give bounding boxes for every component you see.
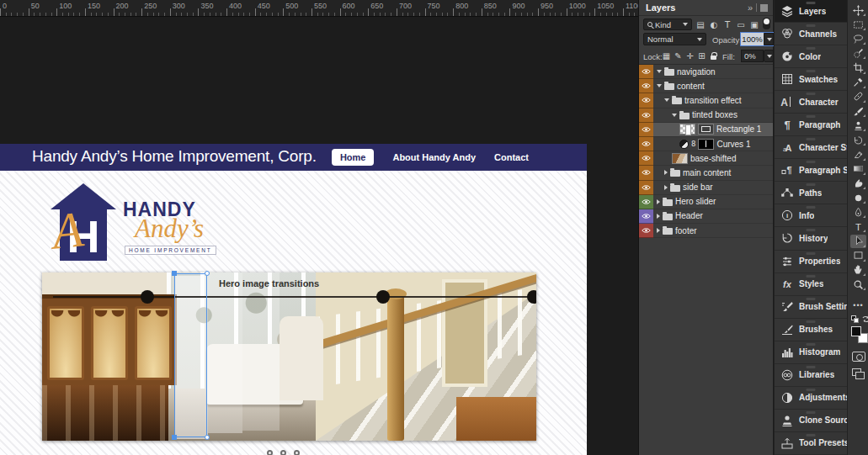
- layers-panel-tab[interactable]: Layers: [646, 3, 675, 13]
- opacity-dropdown-button[interactable]: [764, 33, 774, 45]
- fill-dropdown-button[interactable]: [764, 50, 774, 62]
- swap-colors-icon[interactable]: [862, 315, 868, 323]
- layer-name[interactable]: base-shifted: [690, 154, 736, 163]
- layer-name[interactable]: Rectangle 1: [716, 124, 761, 134]
- layer-visibility-eye-icon[interactable]: [639, 224, 653, 238]
- kind-filter-dropdown[interactable]: Kind: [643, 19, 692, 30]
- default-colors-icon[interactable]: [851, 315, 859, 323]
- rectangle-tool[interactable]: [850, 249, 866, 262]
- lock-artboard-icon[interactable]: ⊞: [696, 50, 707, 61]
- layer-visibility-eye-icon[interactable]: [639, 166, 653, 180]
- lasso-tool[interactable]: [850, 32, 866, 45]
- layer-visibility-eye-icon[interactable]: [639, 79, 653, 93]
- eraser-tool[interactable]: [850, 148, 866, 161]
- lock-pixels-icon[interactable]: ✎: [673, 50, 684, 61]
- smudge-tool[interactable]: [850, 177, 866, 190]
- hand-tool[interactable]: [850, 263, 866, 277]
- mock-nav-home[interactable]: Home: [332, 149, 375, 166]
- panel-tab-properties[interactable]: Properties: [775, 251, 847, 273]
- transform-handle-bl[interactable]: [172, 435, 177, 440]
- filter-adjustment-layers-icon[interactable]: ◐: [708, 19, 720, 30]
- layer-row-body[interactable]: main content: [653, 166, 773, 180]
- layer-name[interactable]: Curves 1: [716, 140, 750, 149]
- layer-row-body[interactable]: Header: [653, 209, 773, 224]
- panel-tab-libraries[interactable]: Libraries: [775, 364, 847, 387]
- panel-tab-channels[interactable]: Channels: [775, 23, 847, 45]
- layer-row-body[interactable]: base-shifted: [653, 151, 773, 166]
- mock-nav-contact[interactable]: Contact: [494, 152, 529, 162]
- fill-input[interactable]: 0%: [741, 50, 764, 62]
- panel-tab-character[interactable]: ACharacter: [775, 91, 847, 114]
- layer-row-header[interactable]: Header: [639, 209, 773, 224]
- panel-tab-clone-source[interactable]: Clone Source: [775, 410, 847, 432]
- layer-visibility-eye-icon[interactable]: [639, 209, 653, 224]
- panel-tab-styles[interactable]: fxStyles: [775, 273, 847, 296]
- panel-tab-brush-setting[interactable]: Brush Setting…: [775, 296, 847, 319]
- transform-handle-tl[interactable]: [172, 271, 177, 276]
- eyedropper-tool[interactable]: [850, 76, 866, 89]
- layer-name[interactable]: side bar: [683, 183, 713, 192]
- layer-visibility-eye-icon[interactable]: [639, 65, 653, 79]
- layer-name[interactable]: navigation: [677, 67, 716, 77]
- foreground-background-swatches[interactable]: [851, 326, 868, 343]
- panel-tab-paragraph-st[interactable]: ¶Paragraph St…: [775, 159, 847, 182]
- layer-row-body[interactable]: transition effect: [653, 93, 773, 108]
- layer-filtering-toggle[interactable]: [763, 18, 770, 29]
- foreground-color-swatch[interactable]: [851, 326, 861, 336]
- rectangular-marquee-tool[interactable]: [850, 18, 866, 31]
- zoom-tool[interactable]: [850, 278, 866, 291]
- filter-type-layers-icon[interactable]: T: [722, 19, 733, 30]
- gradient-tool[interactable]: [850, 162, 866, 176]
- quick-selection-tool[interactable]: [850, 46, 866, 60]
- panel-tab-swatches[interactable]: Swatches: [775, 68, 847, 91]
- layer-visibility-eye-icon[interactable]: [639, 181, 653, 195]
- panel-menu-icon[interactable]: [760, 4, 768, 12]
- panel-tab-character-sty[interactable]: aACharacter Sty…: [775, 136, 847, 159]
- path-select-tool[interactable]: [850, 235, 866, 248]
- mock-nav-about-handy-andy[interactable]: About Handy Andy: [392, 152, 476, 162]
- layer-row-tinted-boxes[interactable]: tinted boxes: [639, 108, 773, 123]
- clone-stamp-tool[interactable]: [850, 119, 866, 132]
- blend-mode-dropdown[interactable]: Normal: [643, 33, 706, 45]
- filter-smart-objects-icon[interactable]: ▣: [748, 19, 760, 30]
- lock-position-icon[interactable]: ✛: [684, 50, 695, 61]
- panel-tab-paths[interactable]: Paths: [775, 182, 847, 204]
- panel-tab-info[interactable]: iInfo: [775, 204, 847, 227]
- pager-dot[interactable]: [280, 450, 286, 455]
- lock-all-icon[interactable]: [708, 50, 719, 61]
- panel-tab-layers[interactable]: Layers: [775, 0, 847, 23]
- design-page-canvas[interactable]: Handy Andy’s Home Improvement, Corp. Hom…: [0, 144, 587, 455]
- layer-row-main-content[interactable]: main content: [639, 166, 773, 180]
- layer-row-rectangle-1[interactable]: Rectangle 1: [639, 123, 773, 137]
- layer-row-body[interactable]: 8Curves 1: [653, 137, 773, 151]
- panel-tab-paragraph[interactable]: ¶Paragraph: [775, 114, 847, 136]
- transform-selection-box[interactable]: [174, 273, 207, 437]
- layer-name[interactable]: transition effect: [684, 96, 742, 105]
- layer-row-body[interactable]: navigation: [653, 65, 773, 79]
- layer-name[interactable]: footer: [675, 226, 697, 235]
- panel-tab-histogram[interactable]: Histogram: [775, 341, 847, 364]
- panel-tab-color[interactable]: Color: [775, 45, 847, 68]
- move-tool[interactable]: [850, 3, 866, 17]
- quick-mask-mode-icon[interactable]: [852, 352, 865, 362]
- layer-visibility-eye-icon[interactable]: [639, 93, 653, 108]
- filter-pixel-layers-icon[interactable]: ▤: [695, 19, 706, 30]
- canvas-pasteboard[interactable]: Handy Andy’s Home Improvement, Corp. Hom…: [0, 18, 638, 455]
- panel-tab-history[interactable]: History: [775, 227, 847, 250]
- layer-row-base-shifted[interactable]: base-shifted: [639, 151, 773, 166]
- layer-name[interactable]: tinted boxes: [692, 110, 738, 119]
- pager-dot[interactable]: [294, 450, 300, 455]
- layer-row-body[interactable]: Hero slider: [653, 195, 773, 209]
- layer-row-side-bar[interactable]: side bar: [639, 181, 773, 195]
- type-tool[interactable]: T: [850, 220, 866, 233]
- layer-row-transition-effect[interactable]: transition effect: [639, 93, 773, 108]
- layer-visibility-eye-icon[interactable]: [639, 123, 653, 137]
- history-brush-tool[interactable]: [850, 133, 866, 146]
- filter-shape-layers-icon[interactable]: ▭: [735, 19, 747, 30]
- layer-row-body[interactable]: tinted boxes: [653, 108, 773, 123]
- panel-tab-adjustments[interactable]: Adjustments: [775, 387, 847, 410]
- lock-transparency-icon[interactable]: ▦: [661, 50, 672, 61]
- layer-name[interactable]: main content: [683, 168, 731, 177]
- opacity-input[interactable]: 100%: [741, 33, 764, 45]
- layer-name[interactable]: Header: [675, 211, 703, 220]
